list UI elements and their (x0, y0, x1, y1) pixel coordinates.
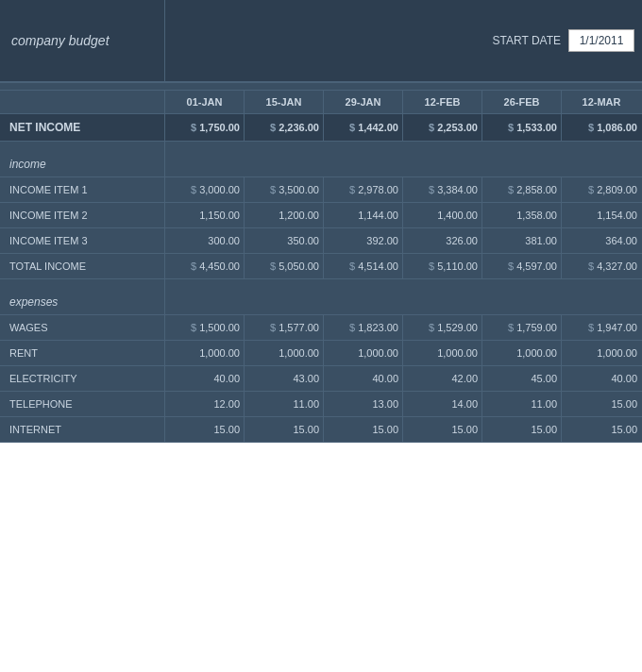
rent-label: RENT (0, 341, 165, 365)
wages-label: WAGES (0, 315, 165, 340)
income-item-1-label: INCOME ITEM 1 (0, 177, 165, 202)
income-item-3-cell-0: 300.00 (165, 228, 245, 253)
electricity-cell-0: 40.00 (165, 366, 245, 391)
internet-row: INTERNET 15.00 15.00 15.00 15.00 15.00 1… (0, 417, 642, 443)
income-item-1-cell-1: $ 3,500.00 (245, 177, 324, 202)
internet-cell-3: 15.00 (403, 417, 482, 442)
income-item-3-cell-5: 364.00 (562, 228, 641, 253)
income-item-2-cell-0: 1,150.00 (165, 203, 245, 227)
start-date-value[interactable]: 1/1/2011 (568, 29, 634, 52)
total-income-cell-3: $ 5,110.00 (403, 254, 482, 278)
header-row: company budget START DATE 1/1/2011 (0, 0, 642, 83)
rent-row: RENT 1,000.00 1,000.00 1,000.00 1,000.00… (0, 341, 642, 366)
net-income-cell-4: $ 1,533.00 (482, 114, 562, 141)
start-date-area: START DATE 1/1/2011 (165, 29, 642, 52)
electricity-row: ELECTRICITY 40.00 43.00 40.00 42.00 45.0… (0, 366, 642, 392)
telephone-cell-5: 15.00 (562, 392, 641, 416)
total-income-label: TOTAL INCOME (0, 254, 165, 278)
wages-cell-2: $ 1,823.00 (324, 315, 403, 340)
wages-cell-3: $ 1,529.00 (403, 315, 482, 340)
net-income-label: NET INCOME (0, 114, 165, 141)
electricity-cell-3: 42.00 (403, 366, 482, 391)
income-item-3-cell-2: 392.00 (324, 228, 403, 253)
income-item-1-cell-4: $ 2,858.00 (482, 177, 562, 202)
income-section-label-row: income (0, 142, 642, 177)
wages-cell-0: $ 1,500.00 (165, 315, 245, 340)
total-income-cell-0: $ 4,450.00 (165, 254, 245, 278)
internet-cell-4: 15.00 (482, 417, 562, 442)
income-section-label: income (0, 142, 165, 176)
telephone-cell-2: 13.00 (324, 392, 403, 416)
income-item-2-cell-2: 1,144.00 (324, 203, 403, 227)
income-item-3-cell-4: 381.00 (482, 228, 562, 253)
internet-cell-2: 15.00 (324, 417, 403, 442)
rent-cell-1: 1,000.00 (245, 341, 324, 365)
electricity-cell-4: 45.00 (482, 366, 562, 391)
expenses-section-label: expenses (0, 279, 165, 314)
wages-cell-1: $ 1,577.00 (245, 315, 324, 340)
rent-cell-3: 1,000.00 (403, 341, 482, 365)
income-item-1-cell-5: $ 2,809.00 (562, 177, 641, 202)
internet-cell-1: 15.00 (245, 417, 324, 442)
col-header-01jan: 01-JAN (165, 91, 245, 113)
income-item-2-row: INCOME ITEM 2 1,150.00 1,200.00 1,144.00… (0, 203, 642, 228)
net-income-cell-1: $ 2,236.00 (245, 114, 324, 141)
income-item-3-label: INCOME ITEM 3 (0, 228, 165, 253)
internet-cell-0: 15.00 (165, 417, 245, 442)
electricity-cell-1: 43.00 (245, 366, 324, 391)
total-income-cell-2: $ 4,514.00 (324, 254, 403, 278)
net-income-row: NET INCOME $ 1,750.00 $ 2,236.00 $ 1,442… (0, 114, 642, 142)
electricity-cell-2: 40.00 (324, 366, 403, 391)
electricity-label: ELECTRICITY (0, 366, 165, 391)
rent-cell-5: 1,000.00 (562, 341, 641, 365)
total-income-cell-4: $ 4,597.00 (482, 254, 562, 278)
expenses-section-label-row: expenses (0, 279, 642, 315)
telephone-cell-1: 11.00 (245, 392, 324, 416)
start-date-label: START DATE (493, 34, 561, 47)
income-item-2-cell-5: 1,154.00 (562, 203, 641, 227)
telephone-cell-3: 14.00 (403, 392, 482, 416)
col-header-15jan: 15-JAN (245, 91, 324, 113)
rent-cell-0: 1,000.00 (165, 341, 245, 365)
col-header-12feb: 12-FEB (403, 91, 482, 113)
wages-cell-4: $ 1,759.00 (482, 315, 562, 340)
income-item-2-label: INCOME ITEM 2 (0, 203, 165, 227)
internet-label: INTERNET (0, 417, 165, 442)
income-item-1-cell-2: $ 2,978.00 (324, 177, 403, 202)
total-income-cell-1: $ 5,050.00 (245, 254, 324, 278)
expenses-section-spacer (165, 279, 642, 314)
col-header-26feb: 26-FEB (482, 91, 562, 113)
telephone-row: TELEPHONE 12.00 11.00 13.00 14.00 11.00 … (0, 392, 642, 417)
wages-row: WAGES $ 1,500.00 $ 1,577.00 $ 1,823.00 $… (0, 315, 642, 341)
spreadsheet-container: company budget START DATE 1/1/2011 01-JA… (0, 0, 642, 443)
income-item-1-cell-0: $ 3,000.00 (165, 177, 245, 202)
net-income-cell-2: $ 1,442.00 (324, 114, 403, 141)
column-header-row: 01-JAN 15-JAN 29-JAN 12-FEB 26-FEB 12-MA… (0, 91, 642, 114)
rent-cell-4: 1,000.00 (482, 341, 562, 365)
income-section-spacer (165, 142, 642, 176)
income-item-3-row: INCOME ITEM 3 300.00 350.00 392.00 326.0… (0, 228, 642, 254)
col-header-12mar: 12-MAR (562, 91, 641, 113)
spacer-row (0, 83, 642, 91)
net-income-cell-5: $ 1,086.00 (562, 114, 641, 141)
net-income-cell-3: $ 2,253.00 (403, 114, 482, 141)
telephone-cell-0: 12.00 (165, 392, 245, 416)
wages-cell-5: $ 1,947.00 (562, 315, 641, 340)
total-income-cell-5: $ 4,327.00 (562, 254, 641, 278)
telephone-cell-4: 11.00 (482, 392, 562, 416)
income-item-3-cell-3: 326.00 (403, 228, 482, 253)
internet-cell-5: 15.00 (562, 417, 641, 442)
rent-cell-2: 1,000.00 (324, 341, 403, 365)
net-income-cell-0: $ 1,750.00 (165, 114, 245, 141)
empty-header-cell (0, 91, 165, 113)
income-item-2-cell-1: 1,200.00 (245, 203, 324, 227)
company-title: company budget (0, 0, 165, 81)
col-header-29jan: 29-JAN (324, 91, 403, 113)
electricity-cell-5: 40.00 (562, 366, 641, 391)
income-item-3-cell-1: 350.00 (245, 228, 324, 253)
total-income-row: TOTAL INCOME $ 4,450.00 $ 5,050.00 $ 4,5… (0, 254, 642, 279)
income-item-1-row: INCOME ITEM 1 $ 3,000.00 $ 3,500.00 $ 2,… (0, 177, 642, 203)
telephone-label: TELEPHONE (0, 392, 165, 416)
income-item-2-cell-4: 1,358.00 (482, 203, 562, 227)
income-item-2-cell-3: 1,400.00 (403, 203, 482, 227)
